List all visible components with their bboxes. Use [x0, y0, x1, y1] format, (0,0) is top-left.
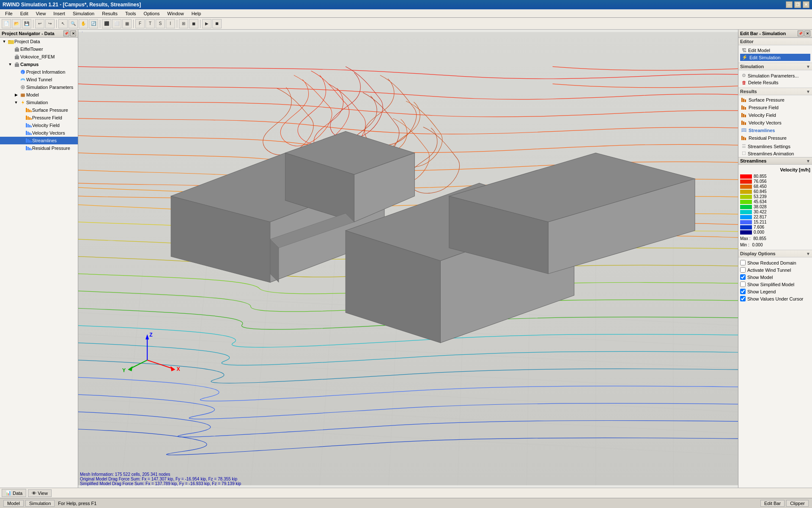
- color-scale-row: 0.000: [740, 230, 810, 235]
- tree-item-residual-pressure[interactable]: Residual Pressure: [0, 144, 78, 152]
- simulation-tab-btn[interactable]: Simulation: [25, 500, 55, 507]
- tree-item-project-information[interactable]: iProject Information: [0, 68, 78, 76]
- close-button[interactable]: ✕: [803, 1, 809, 8]
- result-item-residual-pressure[interactable]: Residual Pressure: [739, 134, 811, 142]
- tree-item-streamlines[interactable]: Streamlines: [0, 137, 78, 144]
- tree-item-surface-pressure[interactable]: Surface Pressure: [0, 106, 78, 114]
- tree-item-wind-tunnel[interactable]: Wind Tunnel: [0, 76, 78, 83]
- menu-item-results[interactable]: Results: [99, 10, 121, 17]
- tree-toggle[interactable]: ▼: [1, 39, 8, 44]
- minimize-button[interactable]: ─: [786, 1, 793, 8]
- svg-text:Y: Y: [122, 367, 126, 373]
- display-option-opt3[interactable]: Show Model: [740, 273, 810, 281]
- checkbox-opt6[interactable]: [740, 296, 746, 301]
- menu-item-window[interactable]: Window: [164, 10, 187, 17]
- display-option-opt6[interactable]: Show Values Under Cursor: [740, 295, 810, 302]
- tree-toggle[interactable]: ▼: [13, 100, 19, 105]
- tb-redo[interactable]: ↪: [45, 19, 55, 28]
- tb-play[interactable]: ▶: [202, 19, 211, 28]
- display-option-opt2[interactable]: Activate Wind Tunnel: [740, 266, 810, 273]
- color-swatch: [740, 225, 752, 229]
- result-item-velocity-vectors[interactable]: Velocity Vectors: [739, 119, 811, 127]
- results-section-label: Results ▼: [738, 88, 812, 95]
- restore-button[interactable]: ❐: [794, 1, 801, 8]
- edit-model-btn[interactable]: 🏗 Edit Model: [740, 47, 810, 54]
- left-panel-close[interactable]: ✕: [70, 30, 76, 36]
- tb-view2[interactable]: ⬜: [112, 19, 121, 28]
- menu-item-view[interactable]: View: [33, 10, 49, 17]
- streamlines-animation-btn[interactable]: ☐ Streamlines Animation: [738, 150, 812, 157]
- right-panel-close[interactable]: ✕: [804, 30, 810, 36]
- menu-item-simulation[interactable]: Simulation: [69, 10, 98, 17]
- tree-item-velocity-field[interactable]: Velocity Field: [0, 121, 78, 129]
- checkbox-opt3[interactable]: [740, 274, 746, 280]
- tb-new[interactable]: 📄: [2, 19, 11, 28]
- tb-top[interactable]: T: [145, 19, 155, 28]
- streamlines-settings-btn[interactable]: ☰ Streamlines Settings: [738, 143, 812, 150]
- tb-view3[interactable]: ▦: [122, 19, 132, 28]
- svg-rect-86: [745, 107, 746, 110]
- bottom-tab-data[interactable]: 📊Data: [2, 489, 26, 497]
- tree-item-pressure-field[interactable]: Pressure Field: [0, 114, 78, 121]
- tb-open[interactable]: 📂: [12, 19, 21, 28]
- model-tab-btn[interactable]: Model: [3, 500, 24, 507]
- tree-toggle[interactable]: ▼: [7, 62, 14, 66]
- color-swatch: [740, 230, 752, 235]
- tree-toggle[interactable]: ▶: [13, 93, 19, 97]
- menu-item-options[interactable]: Options: [140, 10, 163, 17]
- tb-front[interactable]: F: [135, 19, 145, 28]
- svg-rect-20: [26, 116, 27, 120]
- tb-pan[interactable]: ✋: [79, 19, 88, 28]
- edit-bar-btn[interactable]: Edit Bar: [760, 500, 785, 507]
- menu-item-edit[interactable]: Edit: [17, 10, 32, 17]
- sim-params-btn[interactable]: ⚙ Simulation Parameters...: [740, 72, 810, 79]
- checkbox-opt2[interactable]: [740, 267, 746, 273]
- tb-select[interactable]: ↖: [58, 19, 68, 28]
- svg-marker-15: [22, 100, 24, 105]
- title-controls: ─ ❐ ✕: [786, 1, 809, 8]
- right-panel-pin[interactable]: 📌: [798, 30, 804, 36]
- viewport[interactable]: √Wind Tunnel Dimensions: Dx = 1935.42 ft…: [78, 30, 738, 488]
- result-item-streamlines[interactable]: Streamlines: [739, 127, 811, 134]
- tree-item-velocity-vectors[interactable]: Velocity Vectors: [0, 129, 78, 137]
- result-item-pressure-field[interactable]: Pressure Field: [739, 104, 811, 111]
- tb-zoom[interactable]: 🔍: [69, 19, 78, 28]
- help-text: For Help, press F1: [58, 501, 96, 506]
- tree-item-campus[interactable]: ▼Campus: [0, 61, 78, 68]
- tb-save[interactable]: 💾: [22, 19, 31, 28]
- tb-undo[interactable]: ↩: [35, 19, 44, 28]
- result-icon: [741, 127, 747, 133]
- checkbox-opt4[interactable]: [740, 282, 746, 287]
- tb-iso[interactable]: I: [166, 19, 175, 28]
- display-option-opt4[interactable]: Show Simplified Model: [740, 281, 810, 288]
- clipper-btn[interactable]: Clipper: [786, 500, 809, 507]
- checkbox-opt5[interactable]: [740, 289, 746, 294]
- display-option-opt5[interactable]: Show Legend: [740, 288, 810, 295]
- tb-side[interactable]: S: [156, 19, 165, 28]
- tb-mesh[interactable]: ⊞: [179, 19, 188, 28]
- tb-view1[interactable]: ⬛: [102, 19, 111, 28]
- tree-item-simulation[interactable]: ▼Simulation: [0, 99, 78, 106]
- tree-item-simulation-parameters[interactable]: Simulation Parameters: [0, 83, 78, 91]
- menu-item-tools[interactable]: Tools: [122, 10, 140, 17]
- edit-simulation-btn[interactable]: ⚡ Edit Simulation: [740, 54, 810, 61]
- left-panel-pin[interactable]: 📌: [63, 30, 69, 36]
- display-option-opt1[interactable]: Show Reduced Domain: [740, 259, 810, 266]
- bottom-tab-view[interactable]: 👁View: [28, 489, 52, 497]
- menu-item-file[interactable]: File: [2, 10, 16, 17]
- result-item-velocity-field[interactable]: Velocity Field: [739, 111, 811, 119]
- tree-item-project-data[interactable]: ▼Project Data: [0, 38, 78, 45]
- result-icon: [741, 112, 747, 118]
- tb-stop[interactable]: ⏹: [212, 19, 222, 28]
- tb-shaded[interactable]: ◼: [189, 19, 198, 28]
- tree-item-eiffeltower[interactable]: EiffelTower: [0, 45, 78, 53]
- menu-item-help[interactable]: Help: [188, 10, 205, 17]
- option-label: Show Reduced Domain: [747, 260, 796, 265]
- tb-rotate[interactable]: 🔄: [89, 19, 98, 28]
- tree-item-vokovice_rfem[interactable]: Vokovice_RFEM: [0, 53, 78, 61]
- result-item-surface-pressure[interactable]: Surface Pressure: [739, 96, 811, 104]
- tree-item-model[interactable]: ▶Model: [0, 91, 78, 99]
- menu-item-insert[interactable]: Insert: [50, 10, 69, 17]
- delete-results-btn[interactable]: 🗑 Delete Results: [740, 79, 810, 86]
- checkbox-opt1[interactable]: [740, 260, 746, 265]
